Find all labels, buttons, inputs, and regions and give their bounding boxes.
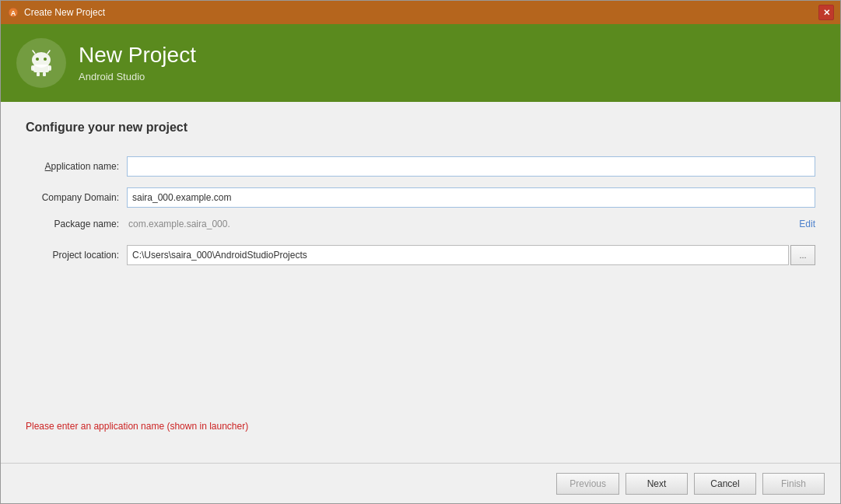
header-banner: New Project Android Studio [1,24,840,102]
svg-rect-8 [31,65,34,71]
close-button[interactable]: ✕ [818,5,834,20]
title-bar-title: Create New Project [24,7,105,18]
package-name-edit-link[interactable]: Edit [799,219,815,229]
svg-point-4 [44,58,47,61]
application-name-input[interactable] [127,156,815,177]
app-icon: A [7,6,19,19]
svg-rect-11 [43,72,46,76]
package-name-label: Package name: [26,219,127,229]
title-bar-left: A Create New Project [7,6,105,19]
android-studio-logo [16,38,66,88]
package-name-value: com.example.saira_000. [127,219,793,229]
svg-line-5 [33,51,35,54]
application-name-label: Application name: [26,161,127,172]
svg-text:A: A [11,9,16,17]
project-location-label: Project location: [26,250,127,261]
svg-rect-10 [37,72,40,76]
footer: Previous Next Cancel Finish [1,463,840,503]
application-name-row: Application name: [26,156,815,177]
content-area: Configure your new project Application n… [1,102,840,463]
main-window: A Create New Project ✕ Ne [0,0,841,504]
title-bar: A Create New Project ✕ [1,1,840,24]
header-title: New Project [79,44,196,68]
section-title: Configure your new project [26,121,815,135]
svg-line-6 [47,51,50,54]
header-text: New Project Android Studio [79,44,196,82]
form-area: Application name: Company Domain: Packag… [26,156,815,421]
browse-button[interactable]: ... [790,245,815,265]
project-location-input[interactable] [127,245,789,265]
previous-button[interactable]: Previous [556,473,619,495]
company-domain-label: Company Domain: [26,192,127,203]
company-domain-row: Company Domain: [26,187,815,208]
svg-rect-9 [48,65,51,71]
svg-rect-7 [33,65,49,72]
company-domain-input[interactable] [127,187,815,208]
next-button[interactable]: Next [625,473,688,495]
svg-point-3 [36,58,39,61]
package-name-row: Package name: com.example.saira_000. Edi… [26,219,815,229]
finish-button[interactable]: Finish [762,473,825,495]
error-message: Please enter an application name (shown … [26,421,815,444]
header-subtitle: Android Studio [79,71,196,82]
project-location-row: Project location: ... [26,245,815,265]
cancel-button[interactable]: Cancel [694,473,756,495]
